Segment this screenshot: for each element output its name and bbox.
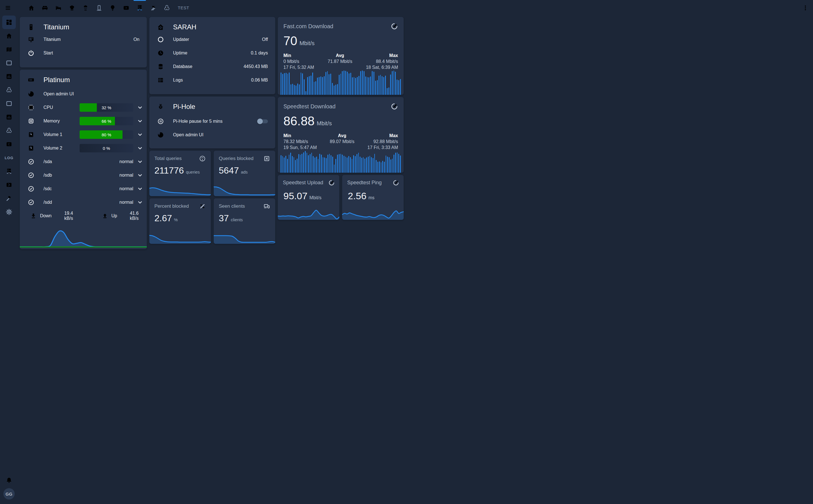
sidebar-item-terminal[interactable] bbox=[2, 178, 16, 192]
tab-kitchen[interactable] bbox=[65, 0, 79, 16]
home-assistant-icon bbox=[157, 23, 164, 31]
view-tabs: TEST bbox=[25, 0, 193, 16]
power-icon bbox=[27, 50, 35, 56]
hammer-wrench-icon bbox=[150, 5, 157, 11]
home-icon bbox=[6, 32, 12, 39]
entity-row-logs[interactable]: Logs 0.06 MB bbox=[149, 73, 275, 87]
entity-row-uptime[interactable]: Uptime 0.1 days bbox=[149, 46, 275, 60]
sidebar-item-network[interactable] bbox=[2, 165, 16, 178]
log-label: LOG bbox=[5, 156, 13, 160]
entity-row-open-admin-ui[interactable]: Open admin UI bbox=[20, 87, 147, 101]
chevron-down-icon[interactable] bbox=[137, 104, 143, 111]
entity-row-sdc[interactable]: /sdc normal bbox=[20, 182, 147, 196]
tablet-icon bbox=[6, 100, 12, 107]
youtube-icon bbox=[123, 5, 130, 11]
map-icon bbox=[6, 46, 12, 53]
entity-row-cpu[interactable]: CPU 32 % bbox=[20, 101, 147, 114]
sidebar: LOG GG bbox=[0, 16, 18, 252]
sidebar-item-c[interactable] bbox=[2, 137, 16, 151]
sidebar-item-tablet-1[interactable] bbox=[2, 56, 16, 70]
chevron-down-icon[interactable] bbox=[137, 199, 143, 206]
stat-value: 37 bbox=[219, 213, 229, 223]
chart-box-icon bbox=[6, 114, 12, 120]
download-arrow-icon bbox=[30, 212, 37, 219]
max-block: Max88.4 Mbit/s18 Sat, 6:39 AM bbox=[366, 52, 398, 70]
tab-network[interactable] bbox=[133, 0, 146, 16]
sidebar-item-map[interactable] bbox=[2, 43, 16, 56]
min-avg-max-row: Min78.32 Mbit/s19 Sun, 5:47 AM Avg89.07 … bbox=[278, 128, 404, 150]
tab-lights[interactable] bbox=[106, 0, 119, 16]
tab-door[interactable] bbox=[92, 0, 106, 16]
server-network-icon bbox=[136, 5, 143, 11]
entity-row-pihole-pause[interactable]: Pi-Hole pause for 5 mins bbox=[149, 115, 275, 128]
speed-value: 86.88 bbox=[283, 114, 314, 128]
access-point-icon bbox=[199, 155, 206, 162]
tab-living-room[interactable] bbox=[38, 0, 52, 16]
tab-tools[interactable] bbox=[146, 0, 160, 16]
sparkline-chart bbox=[149, 181, 211, 196]
network-history-chart bbox=[20, 229, 147, 247]
volume1-progress-bar: 80 % bbox=[80, 130, 133, 139]
tab-bedroom[interactable] bbox=[52, 0, 65, 16]
sarah-card: SARAH Updater Off Uptime 0.1 days Databa… bbox=[149, 17, 275, 94]
tab-bathroom[interactable] bbox=[79, 0, 92, 16]
check-circle-icon bbox=[27, 172, 35, 179]
tab-media[interactable] bbox=[119, 0, 133, 16]
upload-history-chart bbox=[278, 207, 339, 220]
devices-icon bbox=[263, 203, 270, 210]
entity-row-volume-1[interactable]: Volume 1 80 % bbox=[20, 128, 147, 141]
chevron-down-icon[interactable] bbox=[137, 185, 143, 192]
table-icon bbox=[157, 77, 164, 84]
tab-biohazard[interactable] bbox=[160, 0, 174, 16]
card-title: Pi-Hole bbox=[173, 103, 195, 111]
percent-icon bbox=[199, 203, 206, 210]
sidebar-item-tablet-2[interactable] bbox=[2, 97, 16, 110]
chevron-down-icon[interactable] bbox=[137, 172, 143, 179]
pihole-pause-toggle[interactable] bbox=[258, 119, 268, 123]
tab-test[interactable]: TEST bbox=[174, 0, 193, 16]
memory-progress-bar: 66 % bbox=[80, 117, 133, 125]
memory-icon bbox=[27, 118, 35, 124]
download-history-bars bbox=[280, 69, 401, 95]
max-block: Max92.88 Mbit/s17 Fri, 3:33 AM bbox=[367, 133, 398, 150]
chevron-down-icon[interactable] bbox=[137, 158, 143, 165]
entity-row-volume-2[interactable]: Volume 2 0 % bbox=[20, 141, 147, 155]
entity-row-sdd[interactable]: /sdd normal bbox=[20, 196, 147, 209]
sidebar-item-biohazard-2[interactable] bbox=[2, 124, 16, 137]
dashboard-view: Titanium Titanium On Start Platinum Open… bbox=[20, 16, 406, 252]
speedometer-icon bbox=[391, 103, 398, 110]
sparkline-chart bbox=[149, 229, 211, 244]
ping-history-chart bbox=[342, 207, 404, 220]
entity-row-sdb[interactable]: /sdb normal bbox=[20, 168, 147, 182]
sidebar-item-dashboard[interactable] bbox=[2, 16, 16, 29]
sidebar-item-biohazard-1[interactable] bbox=[2, 83, 16, 97]
server-tower-icon bbox=[27, 23, 35, 31]
entity-state[interactable]: On bbox=[133, 37, 139, 42]
platinum-card: Platinum Open admin UI CPU 32 % Memory 6… bbox=[20, 70, 147, 249]
harddisk-icon bbox=[27, 145, 35, 152]
nas-icon bbox=[27, 76, 35, 84]
stat-value: 5647 bbox=[219, 165, 239, 176]
entity-row-sda[interactable]: /sda normal bbox=[20, 155, 147, 168]
entity-row-updater[interactable]: Updater Off bbox=[149, 33, 275, 46]
sidebar-item-log[interactable]: LOG bbox=[2, 151, 16, 165]
chevron-down-icon[interactable] bbox=[137, 145, 143, 152]
fastcom-download-card: Fast.com Download 70Mbit/s Min0 Mbit/s17… bbox=[278, 17, 404, 95]
entity-row-titanium-switch[interactable]: Titanium On bbox=[20, 33, 147, 46]
sidebar-item-stats-2[interactable] bbox=[2, 110, 16, 124]
chevron-down-icon[interactable] bbox=[137, 118, 143, 124]
chevron-down-icon[interactable] bbox=[137, 131, 143, 138]
sidebar-item-settings[interactable] bbox=[2, 205, 16, 219]
entity-row-memory[interactable]: Memory 66 % bbox=[20, 114, 147, 128]
chart-box-icon bbox=[6, 73, 12, 80]
entity-row-start-button[interactable]: Start bbox=[20, 46, 147, 60]
entity-row-database[interactable]: Database 4450.43 MB bbox=[149, 60, 275, 73]
sidebar-item-home[interactable] bbox=[2, 29, 16, 43]
upload-value: 41.6 kB/s bbox=[130, 211, 147, 221]
entity-row-open-admin-ui[interactable]: Open admin UI bbox=[149, 128, 275, 142]
menu-icon[interactable] bbox=[0, 0, 16, 16]
bed-icon bbox=[55, 5, 62, 11]
sidebar-item-stats-1[interactable] bbox=[2, 70, 16, 83]
tab-home[interactable] bbox=[25, 0, 38, 16]
sidebar-item-developer-tools[interactable] bbox=[2, 192, 16, 205]
